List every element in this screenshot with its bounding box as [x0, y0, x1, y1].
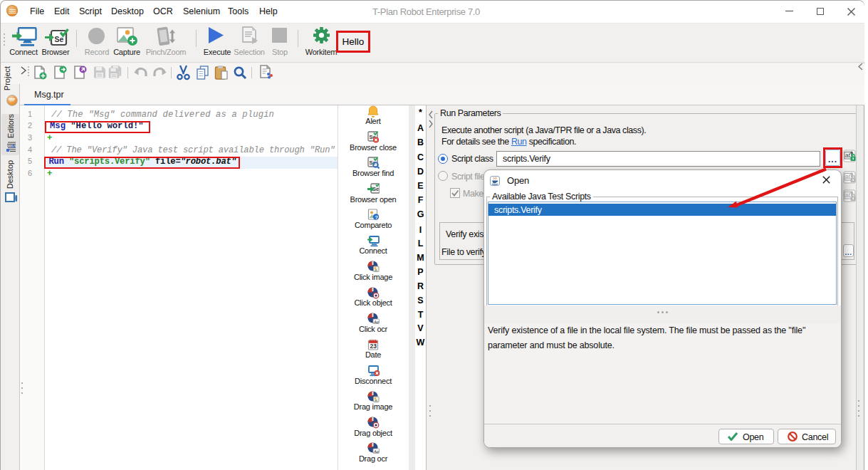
svg-text:Aa: Aa — [373, 319, 379, 324]
svg-text:A: A — [11, 142, 16, 150]
svg-text:at: at — [845, 173, 851, 180]
svg-text:?: ? — [375, 214, 378, 221]
svg-text:at: at — [845, 152, 851, 159]
svg-text:at: at — [845, 192, 851, 199]
svg-text:Aa: Aa — [373, 449, 379, 454]
svg-text:23: 23 — [370, 342, 377, 349]
